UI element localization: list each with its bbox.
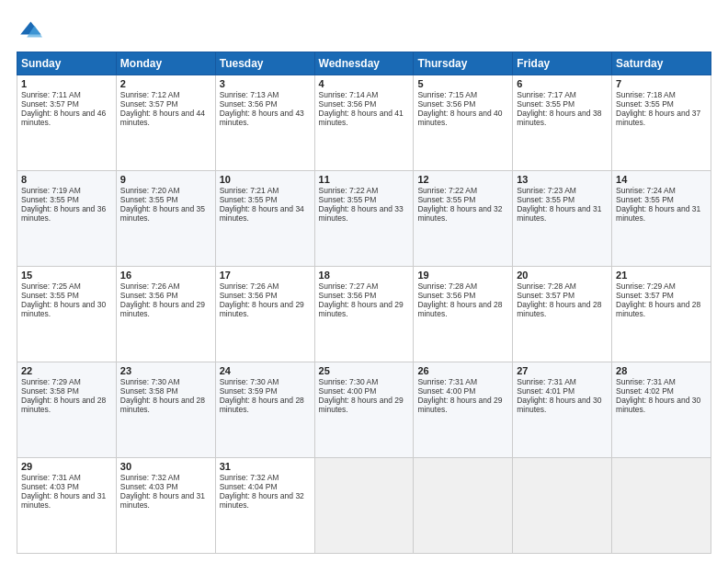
day-number: 31 — [220, 461, 311, 472]
day-number: 17 — [220, 270, 311, 281]
day-number: 24 — [220, 365, 311, 376]
day-number: 6 — [517, 78, 608, 89]
day-number: 10 — [220, 174, 311, 185]
col-tuesday: Tuesday — [215, 52, 314, 75]
daylight: Daylight: 8 hours and 28 minutes. — [21, 396, 106, 414]
calendar-cell — [414, 458, 513, 554]
day-number: 12 — [417, 174, 508, 185]
day-number: 23 — [120, 365, 211, 376]
day-number: 2 — [120, 78, 211, 89]
calendar-cell: 31Sunrise: 7:32 AMSunset: 4:04 PMDayligh… — [215, 458, 314, 554]
calendar-header-row: Sunday Monday Tuesday Wednesday Thursday… — [17, 52, 711, 75]
day-number: 18 — [319, 270, 410, 281]
sunset: Sunset: 3:55 PM — [517, 195, 574, 204]
sunset: Sunset: 3:55 PM — [21, 195, 79, 204]
daylight: Daylight: 8 hours and 28 minutes. — [616, 300, 700, 318]
calendar-cell: 18Sunrise: 7:27 AMSunset: 3:56 PMDayligh… — [314, 267, 414, 362]
daylight: Daylight: 8 hours and 30 minutes. — [21, 300, 106, 318]
sunrise: Sunrise: 7:19 AM — [21, 186, 81, 195]
sunset: Sunset: 3:59 PM — [220, 386, 278, 396]
day-number: 4 — [319, 78, 410, 89]
sunrise: Sunrise: 7:29 AM — [616, 282, 676, 291]
calendar-row: 22Sunrise: 7:29 AMSunset: 3:58 PMDayligh… — [17, 362, 711, 458]
sunset: Sunset: 4:02 PM — [616, 386, 674, 396]
calendar-cell: 9Sunrise: 7:20 AMSunset: 3:55 PMDaylight… — [116, 171, 215, 267]
calendar-cell: 28Sunrise: 7:31 AMSunset: 4:02 PMDayligh… — [612, 362, 711, 458]
sunrise: Sunrise: 7:24 AM — [616, 186, 676, 195]
calendar-cell: 24Sunrise: 7:30 AMSunset: 3:59 PMDayligh… — [215, 362, 314, 458]
sunrise: Sunrise: 7:20 AM — [120, 186, 180, 195]
calendar-cell: 16Sunrise: 7:26 AMSunset: 3:56 PMDayligh… — [116, 267, 215, 362]
sunrise: Sunrise: 7:28 AM — [417, 282, 477, 291]
calendar-cell: 4Sunrise: 7:14 AMSunset: 3:56 PMDaylight… — [314, 75, 414, 171]
day-number: 21 — [616, 270, 707, 281]
day-number: 15 — [21, 270, 112, 281]
sunset: Sunset: 4:03 PM — [120, 482, 178, 491]
calendar-cell: 12Sunrise: 7:22 AMSunset: 3:55 PMDayligh… — [414, 171, 513, 267]
sunset: Sunset: 3:56 PM — [417, 99, 475, 109]
daylight: Daylight: 8 hours and 46 minutes. — [21, 109, 106, 127]
day-number: 30 — [120, 461, 211, 472]
daylight: Daylight: 8 hours and 32 minutes. — [220, 491, 304, 510]
sunrise: Sunrise: 7:29 AM — [21, 377, 81, 386]
sunrise: Sunrise: 7:11 AM — [21, 90, 81, 99]
calendar-cell: 26Sunrise: 7:31 AMSunset: 4:00 PMDayligh… — [414, 362, 513, 458]
sunrise: Sunrise: 7:22 AM — [319, 186, 379, 195]
calendar-cell: 13Sunrise: 7:23 AMSunset: 3:55 PMDayligh… — [513, 171, 612, 267]
calendar-cell: 30Sunrise: 7:32 AMSunset: 4:03 PMDayligh… — [116, 458, 215, 554]
day-number: 7 — [616, 78, 707, 89]
sunrise: Sunrise: 7:32 AM — [120, 473, 180, 482]
day-number: 9 — [120, 174, 211, 185]
calendar-cell: 23Sunrise: 7:30 AMSunset: 3:58 PMDayligh… — [116, 362, 215, 458]
sunset: Sunset: 3:57 PM — [517, 291, 574, 300]
sunset: Sunset: 3:56 PM — [319, 291, 377, 300]
sunset: Sunset: 3:55 PM — [319, 195, 377, 204]
calendar-row: 1Sunrise: 7:11 AMSunset: 3:57 PMDaylight… — [17, 75, 711, 171]
day-number: 20 — [517, 270, 608, 281]
sunrise: Sunrise: 7:23 AM — [517, 186, 576, 195]
daylight: Daylight: 8 hours and 28 minutes. — [120, 396, 205, 414]
sunset: Sunset: 3:55 PM — [616, 99, 674, 109]
daylight: Daylight: 8 hours and 36 minutes. — [21, 204, 106, 223]
day-number: 5 — [417, 78, 508, 89]
sunrise: Sunrise: 7:26 AM — [220, 282, 279, 291]
sunrise: Sunrise: 7:32 AM — [220, 473, 279, 482]
calendar-table: Sunday Monday Tuesday Wednesday Thursday… — [17, 52, 711, 554]
daylight: Daylight: 8 hours and 31 minutes. — [517, 204, 601, 223]
day-number: 26 — [417, 365, 508, 376]
sunset: Sunset: 4:00 PM — [319, 386, 377, 396]
sunset: Sunset: 3:56 PM — [417, 291, 475, 300]
calendar-cell: 21Sunrise: 7:29 AMSunset: 3:57 PMDayligh… — [612, 267, 711, 362]
day-number: 19 — [417, 270, 508, 281]
day-number: 28 — [616, 365, 707, 376]
sunset: Sunset: 3:58 PM — [21, 386, 79, 396]
sunrise: Sunrise: 7:31 AM — [616, 377, 676, 386]
sunrise: Sunrise: 7:21 AM — [220, 186, 279, 195]
page: Sunday Monday Tuesday Wednesday Thursday… — [0, 0, 728, 563]
daylight: Daylight: 8 hours and 28 minutes. — [517, 300, 601, 318]
logo — [17, 17, 46, 42]
sunset: Sunset: 4:04 PM — [220, 482, 278, 491]
sunrise: Sunrise: 7:27 AM — [319, 282, 379, 291]
sunrise: Sunrise: 7:15 AM — [417, 90, 477, 99]
sunset: Sunset: 3:56 PM — [220, 291, 278, 300]
calendar-cell: 15Sunrise: 7:25 AMSunset: 3:55 PMDayligh… — [17, 267, 117, 362]
daylight: Daylight: 8 hours and 37 minutes. — [616, 109, 700, 127]
sunset: Sunset: 3:55 PM — [517, 99, 574, 109]
sunrise: Sunrise: 7:30 AM — [120, 377, 180, 386]
daylight: Daylight: 8 hours and 29 minutes. — [417, 396, 502, 414]
calendar-cell: 11Sunrise: 7:22 AMSunset: 3:55 PMDayligh… — [314, 171, 414, 267]
sunset: Sunset: 3:55 PM — [120, 195, 178, 204]
daylight: Daylight: 8 hours and 32 minutes. — [417, 204, 502, 223]
calendar-cell: 3Sunrise: 7:13 AMSunset: 3:56 PMDaylight… — [215, 75, 314, 171]
day-number: 8 — [21, 174, 112, 185]
daylight: Daylight: 8 hours and 29 minutes. — [319, 396, 404, 414]
day-number: 14 — [616, 174, 707, 185]
sunrise: Sunrise: 7:28 AM — [517, 282, 576, 291]
sunset: Sunset: 3:55 PM — [220, 195, 278, 204]
daylight: Daylight: 8 hours and 31 minutes. — [120, 491, 205, 510]
sunset: Sunset: 3:57 PM — [120, 99, 178, 109]
day-number: 27 — [517, 365, 608, 376]
calendar-row: 8Sunrise: 7:19 AMSunset: 3:55 PMDaylight… — [17, 171, 711, 267]
calendar-cell: 7Sunrise: 7:18 AMSunset: 3:55 PMDaylight… — [612, 75, 711, 171]
